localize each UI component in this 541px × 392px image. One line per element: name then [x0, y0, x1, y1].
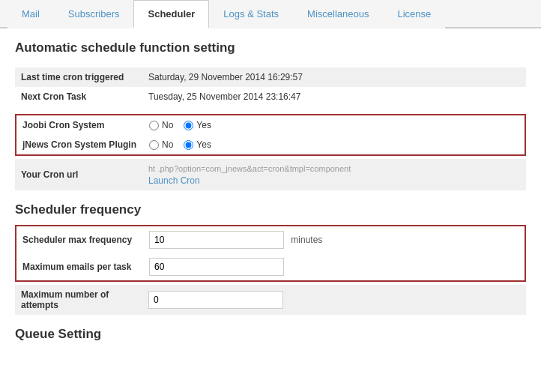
max-emails-input[interactable]: [149, 258, 284, 276]
jnews-yes-label: Yes: [196, 139, 211, 150]
tab-logs-stats[interactable]: Logs & Stats: [209, 0, 293, 28]
joobi-radio-no[interactable]: No: [149, 120, 173, 130]
joobi-radio-yes-input[interactable]: [184, 121, 193, 130]
jnews-cron-label: jNews Cron System Plugin: [16, 135, 143, 155]
tab-miscellaneous[interactable]: Miscellaneous: [293, 0, 383, 28]
max-attempts-input[interactable]: [148, 291, 283, 309]
max-freq-value-cell: minutes: [143, 226, 525, 253]
tab-scheduler[interactable]: Scheduler: [133, 0, 209, 28]
joobi-yes-label: Yes: [196, 120, 211, 130]
max-attempts-label: Maximum number of attempts: [15, 285, 142, 315]
joobi-cron-value: No Yes: [143, 115, 525, 135]
tab-mail[interactable]: Mail: [7, 0, 54, 28]
tab-subscribers[interactable]: Subscribers: [54, 0, 134, 28]
max-attempts-value-cell: [142, 285, 526, 315]
joobi-radio-group: No Yes: [149, 120, 519, 130]
max-attempts-table: Maximum number of attempts: [15, 285, 526, 315]
tab-bar: Mail Subscribers Scheduler Logs & Stats …: [0, 0, 541, 28]
jnews-radio-yes[interactable]: Yes: [184, 139, 211, 150]
max-freq-label: Scheduler max frequency: [16, 226, 143, 253]
cron-url-row: Your Cron url ht .php?option=com_jnews&a…: [15, 159, 526, 190]
scheduler-freq-table: Scheduler max frequency minutes Maximum …: [15, 225, 526, 282]
joobi-radio-no-input[interactable]: [149, 121, 159, 130]
max-freq-row: Scheduler max frequency minutes: [16, 226, 525, 253]
joobi-cron-row: Joobi Cron System No Yes: [16, 115, 525, 135]
next-cron-value: Tuesday, 25 November 2014 23:16:47: [142, 87, 526, 106]
max-emails-row: Maximum emails per task: [16, 253, 525, 281]
main-content: Automatic schedule function setting Last…: [0, 28, 541, 354]
jnews-radio-group: No Yes: [149, 139, 519, 150]
queue-setting-title: Queue Setting: [15, 327, 526, 342]
cron-url-prefix: ht: [148, 164, 155, 173]
max-attempts-row: Maximum number of attempts: [15, 285, 526, 315]
launch-cron-link[interactable]: Launch Cron: [148, 175, 520, 186]
cron-system-table: Joobi Cron System No Yes: [15, 114, 526, 156]
joobi-radio-yes[interactable]: Yes: [184, 120, 211, 130]
last-cron-value: Saturday, 29 November 2014 16:29:57: [142, 67, 526, 87]
joobi-cron-label: Joobi Cron System: [16, 115, 143, 135]
max-emails-label: Maximum emails per task: [16, 253, 143, 281]
next-cron-label: Next Cron Task: [15, 87, 142, 106]
joobi-no-label: No: [162, 120, 173, 130]
jnews-cron-value: No Yes: [143, 135, 525, 155]
jnews-cron-row: jNews Cron System Plugin No Yes: [16, 135, 525, 155]
next-cron-row: Next Cron Task Tuesday, 25 November 2014…: [15, 87, 526, 106]
jnews-radio-no-input[interactable]: [149, 140, 159, 150]
auto-schedule-title: Automatic schedule function setting: [15, 40, 526, 58]
cron-url-table: Your Cron url ht .php?option=com_jnews&a…: [15, 159, 526, 190]
max-freq-unit: minutes: [291, 235, 322, 245]
cron-url-suffix: .php?option=com_jnews&act=cron&tmpl=comp…: [158, 164, 351, 173]
jnews-radio-no[interactable]: No: [149, 139, 173, 150]
cron-url-value: ht .php?option=com_jnews&act=cron&tmpl=c…: [142, 159, 526, 190]
max-emails-value-cell: [143, 253, 525, 281]
scheduler-freq-title: Scheduler frequency: [15, 202, 526, 217]
auto-schedule-table: Last time cron triggered Saturday, 29 No…: [15, 67, 526, 106]
jnews-radio-yes-input[interactable]: [184, 140, 193, 150]
cron-url-label: Your Cron url: [15, 159, 142, 190]
last-cron-row: Last time cron triggered Saturday, 29 No…: [15, 67, 526, 87]
max-freq-input[interactable]: [149, 231, 284, 249]
last-cron-label: Last time cron triggered: [15, 67, 142, 87]
tab-license[interactable]: License: [383, 0, 445, 28]
jnews-no-label: No: [162, 139, 173, 150]
